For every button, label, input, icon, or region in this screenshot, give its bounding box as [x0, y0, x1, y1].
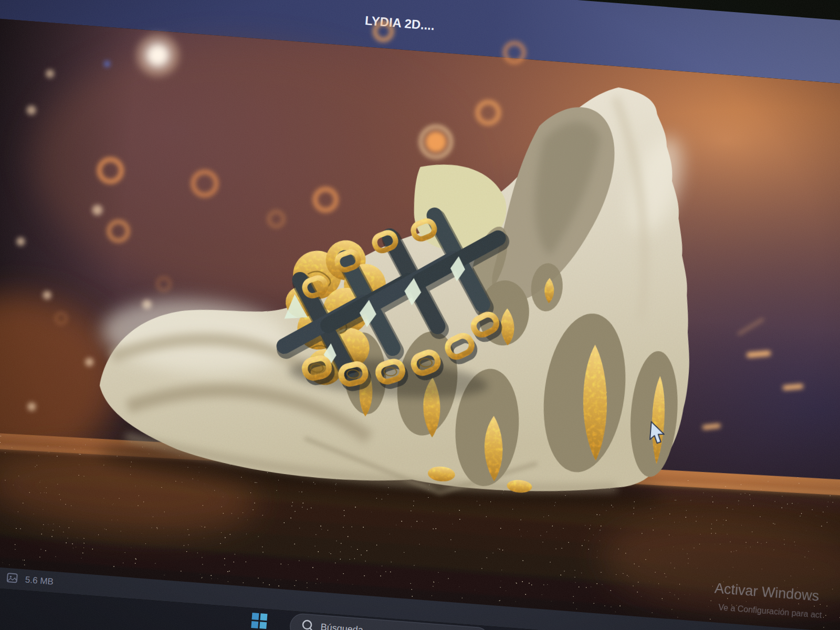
- photographed-monitor: LYDIA 2D....: [0, 0, 840, 630]
- screen-photo: LYDIA 2D....: [0, 0, 840, 630]
- photo-grain: [0, 0, 840, 630]
